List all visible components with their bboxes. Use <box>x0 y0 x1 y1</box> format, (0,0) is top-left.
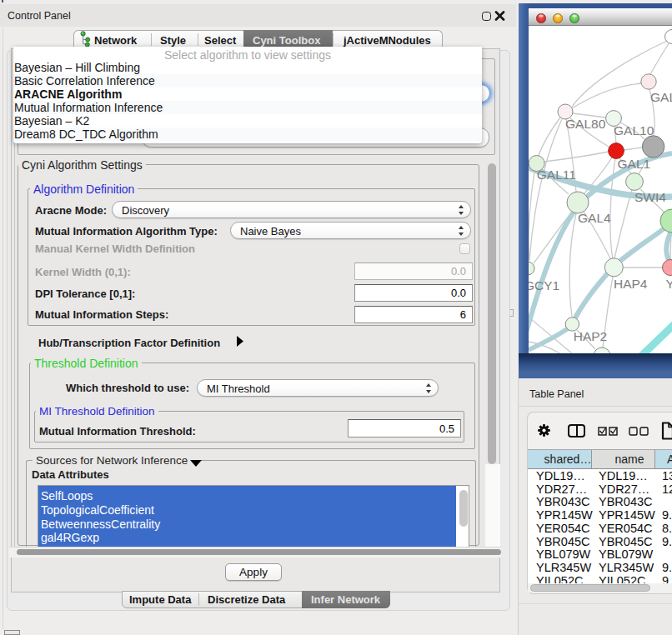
svg-text:GAL80: GAL80 <box>565 117 606 131</box>
svg-text:GAL11: GAL11 <box>537 168 576 182</box>
svg-text:SWI4: SWI4 <box>634 190 666 204</box>
svg-text:GAL1: GAL1 <box>618 157 651 171</box>
svg-text:GAL10: GAL10 <box>614 123 654 138</box>
svg-text:GCY1: GCY1 <box>529 278 559 292</box>
svg-text:HAP2: HAP2 <box>574 329 608 343</box>
svg-text:HAP4: HAP4 <box>614 277 648 291</box>
svg-text:Y: Y <box>666 277 672 291</box>
svg-text:GAL4: GAL4 <box>578 211 611 225</box>
svg-text:GAL2: GAL2 <box>650 90 672 104</box>
